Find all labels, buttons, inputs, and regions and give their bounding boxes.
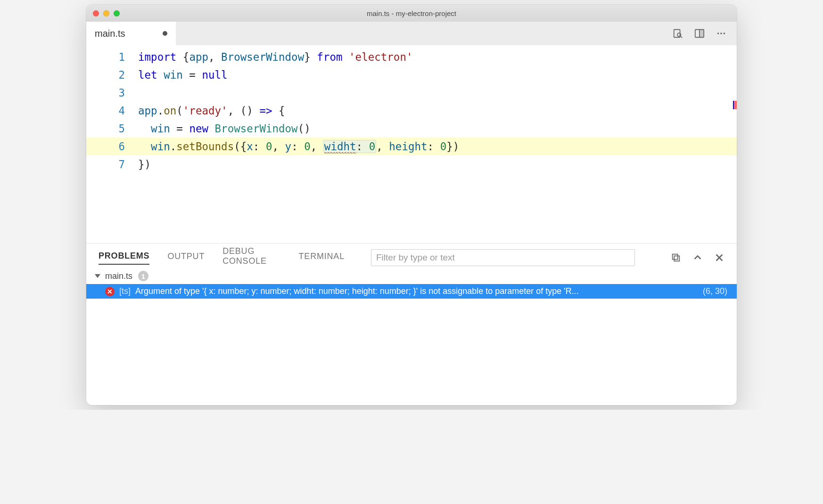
line-number: 7 [86, 155, 138, 173]
line-number: 6 [86, 138, 138, 155]
svg-point-7 [720, 33, 722, 34]
code-line[interactable]: 7 }) [86, 155, 737, 173]
panel-tab-problems[interactable]: PROBLEMS [99, 251, 149, 265]
more-icon[interactable] [716, 28, 726, 39]
editor-actions [673, 22, 737, 45]
svg-rect-10 [674, 256, 679, 261]
panel-tab-debug-console[interactable]: DEBUG CONSOLE [222, 246, 280, 269]
collapse-all-icon[interactable] [671, 252, 681, 263]
split-editor-icon[interactable] [694, 28, 705, 39]
tab-bar: main.ts [86, 22, 737, 45]
tab-main-ts[interactable]: main.ts [86, 22, 176, 45]
bottom-panel: PROBLEMS OUTPUT DEBUG CONSOLE TERMINAL [86, 243, 737, 405]
chevron-down-icon [95, 274, 100, 278]
problems-file-name: main.ts [105, 271, 132, 281]
line-number: 1 [86, 48, 138, 66]
code-line[interactable]: 3 [86, 84, 737, 102]
problems-count-badge: 1 [138, 271, 148, 281]
problem-source: [ts] [119, 286, 131, 296]
problems-list: main.ts 1 ✕ [ts] Argument of type '{ x: … [86, 267, 737, 405]
svg-point-8 [724, 33, 725, 34]
editor-content[interactable]: 1 import {app, BrowserWindow} from 'elec… [86, 45, 737, 243]
code-line[interactable]: 5 win = new BrowserWindow() [86, 120, 737, 138]
error-icon: ✕ [105, 287, 115, 296]
code-line-active[interactable]: 6 win.setBounds({x: 0, y: 0, widht: 0, h… [86, 138, 737, 155]
line-number: 5 [86, 120, 138, 138]
code-line[interactable]: 2 let win = null [86, 66, 737, 84]
traffic-lights [86, 10, 120, 16]
problems-file-group[interactable]: main.ts 1 [86, 267, 737, 284]
minimize-window-button[interactable] [103, 10, 109, 16]
svg-point-6 [717, 33, 719, 34]
window-title: main.ts - my-electron-project [86, 9, 737, 17]
code-line[interactable]: 4 app.on('ready', () => { [86, 102, 737, 120]
tab-label: main.ts [95, 28, 125, 39]
panel-tab-output[interactable]: OUTPUT [167, 252, 205, 264]
problem-item[interactable]: ✕ [ts] Argument of type '{ x: number; y:… [86, 284, 737, 299]
panel-tab-terminal[interactable]: TERMINAL [299, 252, 345, 264]
titlebar: main.ts - my-electron-project [86, 5, 737, 22]
find-in-file-icon[interactable] [673, 28, 683, 39]
line-number: 3 [86, 84, 138, 102]
svg-rect-9 [673, 254, 678, 260]
problems-filter-input[interactable] [371, 249, 635, 266]
editor-window: main.ts - my-electron-project main.ts [86, 5, 737, 405]
close-panel-icon[interactable] [714, 252, 724, 263]
dirty-indicator-icon [163, 31, 167, 36]
error-squiggle: widht [324, 140, 356, 154]
svg-rect-5 [700, 30, 703, 37]
line-number: 4 [86, 102, 138, 120]
chevron-up-icon[interactable] [692, 252, 703, 263]
line-number: 2 [86, 66, 138, 84]
code-line[interactable]: 1 import {app, BrowserWindow} from 'elec… [86, 48, 737, 66]
panel-tabs: PROBLEMS OUTPUT DEBUG CONSOLE TERMINAL [86, 244, 737, 267]
close-window-button[interactable] [93, 10, 99, 16]
svg-line-2 [681, 36, 683, 38]
problem-message: Argument of type '{ x: number; y: number… [135, 286, 579, 296]
editor-selection: widht: 0 [323, 140, 376, 153]
problem-location: (6, 30) [703, 286, 730, 296]
zoom-window-button[interactable] [114, 10, 120, 16]
editor-area[interactable]: 1 import {app, BrowserWindow} from 'elec… [86, 45, 737, 243]
panel-actions [671, 252, 724, 263]
